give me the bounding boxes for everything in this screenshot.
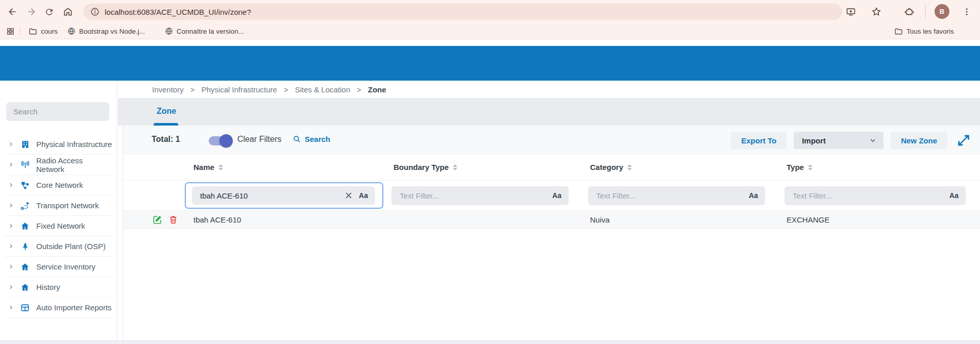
apps-grid-icon	[6, 27, 15, 36]
type-filter-input[interactable]	[785, 191, 949, 200]
sidebar-item-core-network[interactable]: Core Network	[4, 175, 113, 195]
table-toolbar: Total: 1 Clear Filters Search Export To …	[123, 126, 980, 154]
sidebar-search-input[interactable]	[6, 107, 109, 116]
chevron-right-icon	[8, 243, 14, 249]
sidebar-item-auto-importer-reports[interactable]: Auto Importer Reports	[4, 298, 113, 318]
sidebar-item-transport-network[interactable]: Transport Network	[4, 195, 113, 216]
bookmark-label: Connaître la version...	[177, 28, 244, 35]
boundary-type-filter-input[interactable]	[391, 191, 552, 200]
search-button[interactable]: Search	[292, 135, 330, 143]
breadcrumb-item-physical-infrastructure[interactable]: Physical Infrastructure	[201, 85, 277, 94]
chevron-right-icon	[8, 203, 14, 208]
chevron-right-icon	[8, 223, 14, 229]
bookmark-bootstrap[interactable]: Bootstrap vs Node.j...	[67, 23, 145, 39]
name-filter-input[interactable]	[192, 191, 345, 200]
back-button[interactable]	[4, 4, 20, 20]
kebab-menu-icon	[962, 7, 971, 16]
extensions-button[interactable]	[901, 4, 917, 19]
delete-row-button[interactable]	[169, 215, 178, 224]
clear-filter-icon[interactable]	[345, 192, 352, 199]
cell-category: Nuiva	[582, 215, 778, 224]
breadcrumb-item-zone: Zone	[368, 85, 386, 94]
sidebar-item-history[interactable]: History	[4, 277, 113, 298]
new-zone-button[interactable]: New Zone	[891, 132, 947, 149]
sidebar-item-outside-plant[interactable]: Outside Plant (OSP)	[4, 236, 113, 257]
breadcrumb-item-inventory[interactable]: Inventory	[152, 85, 184, 94]
sidebar-item-label: Outside Plant (OSP)	[36, 242, 106, 251]
column-header-boundary-type: Boundary Type	[385, 163, 582, 171]
sort-icon[interactable]	[627, 164, 632, 170]
sidebar-item-label: Fixed Network	[36, 222, 85, 230]
refresh-button[interactable]	[41, 4, 57, 20]
bookmark-connaitre[interactable]: Connaître la version...	[165, 23, 244, 39]
puzzle-icon	[904, 7, 914, 17]
breadcrumb-item-sites-location[interactable]: Sites & Location	[295, 85, 350, 94]
import-dropdown[interactable]: Import	[794, 132, 884, 149]
trash-icon	[169, 215, 178, 224]
boundary-type-filter-box: Aa	[391, 186, 569, 205]
apps-shortcut-button[interactable]	[6, 23, 15, 39]
tab-zone[interactable]: Zone	[157, 107, 176, 116]
address-bar[interactable]: localhost:6083/ACE_UCMDB_UI/inv/zone?	[83, 4, 842, 20]
chevron-right-icon	[8, 305, 14, 310]
forward-button[interactable]	[23, 4, 40, 20]
clear-filters-label[interactable]: Clear Filters	[237, 135, 281, 144]
bottom-strip	[0, 340, 980, 344]
case-sensitive-toggle[interactable]: Aa	[552, 191, 561, 200]
sidebar-item-label: History	[36, 283, 60, 291]
browser-menu-button[interactable]	[959, 4, 974, 19]
forward-arrow-icon	[27, 7, 37, 17]
all-bookmarks-button[interactable]: Tous les favoris	[894, 23, 954, 39]
sidebar-item-physical-infrastructure[interactable]: Physical Infrastructure	[4, 134, 113, 155]
case-sensitive-toggle[interactable]: Aa	[949, 191, 959, 200]
tab-bar: Zone	[118, 98, 980, 126]
case-sensitive-toggle[interactable]: Aa	[749, 191, 758, 200]
edit-row-button[interactable]	[153, 215, 162, 225]
sidebar-nav: Physical Infrastructure Radio Access Net…	[4, 134, 113, 318]
import-label: Import	[802, 136, 826, 145]
expand-table-button[interactable]	[954, 131, 973, 150]
building-icon	[20, 140, 30, 149]
bookmark-folder-cours[interactable]: cours	[29, 23, 58, 39]
column-label: Name	[193, 163, 214, 171]
filter-toggle[interactable]	[209, 136, 231, 145]
bookmark-star-button[interactable]	[869, 4, 884, 19]
sidebar-item-radio-access-network[interactable]: Radio Access Network	[4, 155, 113, 175]
refresh-icon	[44, 7, 54, 17]
expand-icon	[957, 133, 971, 148]
column-header-name: Name	[185, 163, 385, 171]
table-filter-row: Aa Aa Aa Aa	[123, 181, 980, 210]
chevron-right-icon	[8, 141, 14, 147]
sort-icon[interactable]	[808, 164, 813, 170]
sidebar: Physical Infrastructure Radio Access Net…	[0, 81, 117, 344]
back-arrow-icon	[7, 7, 17, 17]
sidebar-item-label: Radio Access Network	[36, 156, 113, 174]
bookmarks-bar: cours Bootstrap vs Node.j... Connaître l…	[0, 23, 980, 39]
sidebar-item-service-inventory[interactable]: Service Inventory	[4, 257, 113, 277]
case-sensitive-toggle[interactable]: Aa	[359, 191, 368, 200]
category-filter-input[interactable]	[588, 191, 749, 200]
antenna-icon	[20, 160, 30, 169]
breadcrumb-separator: >	[190, 85, 195, 94]
browser-home-button[interactable]	[60, 4, 76, 20]
export-to-button[interactable]: Export To	[731, 132, 787, 149]
screen: localhost:6083/ACE_UCMDB_UI/inv/zone? B …	[0, 0, 980, 344]
info-icon[interactable]	[90, 7, 100, 16]
name-filter-focused: Aa	[185, 182, 383, 209]
profile-avatar[interactable]: B	[935, 4, 949, 19]
browser-toolbar: localhost:6083/ACE_UCMDB_UI/inv/zone? B	[0, 0, 980, 23]
column-label: Type	[787, 163, 804, 171]
chevron-right-icon	[8, 264, 14, 269]
bookmark-label: cours	[41, 28, 58, 35]
route-icon	[20, 201, 30, 210]
table-icon	[20, 303, 30, 312]
chevron-right-icon	[8, 284, 14, 290]
breadcrumb-separator: >	[284, 85, 288, 94]
install-app-button[interactable]	[843, 4, 859, 19]
sort-icon[interactable]	[218, 164, 223, 170]
sidebar-search-box	[6, 102, 109, 121]
sidebar-item-fixed-network[interactable]: Fixed Network	[4, 216, 113, 236]
chevron-right-icon	[8, 182, 14, 188]
sort-icon[interactable]	[453, 164, 457, 170]
bookmarks-divider	[19, 27, 20, 35]
